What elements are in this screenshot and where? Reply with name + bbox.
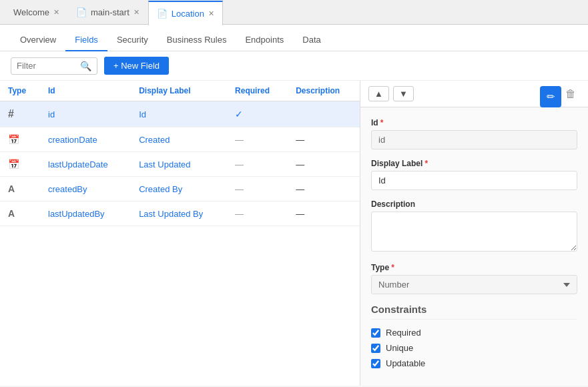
cell-display-label-4: Last Updated By [131, 202, 227, 226]
col-id: Id [40, 81, 131, 101]
cell-required-3: — [227, 177, 288, 202]
nav-tab-security[interactable]: Security [107, 29, 158, 51]
description-form-group: Description [371, 200, 577, 254]
nav-tabs: Overview Fields Security Business Rules … [0, 25, 588, 51]
main-content: Type Id Display Label Required Descripti… [0, 81, 588, 386]
nav-tab-overview[interactable]: Overview [11, 29, 65, 51]
cell-description-4: — [288, 202, 360, 226]
cell-id-2: lastUpdateDate [40, 152, 131, 177]
constraints-title: Constraints [371, 304, 577, 320]
cell-display-label-1: Created [131, 127, 227, 152]
cell-display-label-3: Created By [131, 177, 227, 202]
id-input[interactable] [371, 130, 577, 149]
col-required: Required [227, 81, 288, 101]
description-label: Description [371, 200, 577, 209]
cell-type-0: # [0, 101, 40, 127]
cell-type-4: A [0, 202, 40, 226]
trash-icon: 🗑 [565, 88, 576, 99]
nav-tab-fields[interactable]: Fields [65, 29, 107, 51]
table-row[interactable]: AcreatedByCreated By—— [0, 177, 360, 202]
table-row[interactable]: 📅creationDateCreated—— [0, 127, 360, 152]
panel-content: Id * Display Label * Description [360, 107, 588, 379]
display-label-required-star: * [424, 159, 428, 168]
display-label-input[interactable] [371, 171, 577, 190]
nav-tab-business-rules[interactable]: Business Rules [158, 29, 236, 51]
cell-type-3: A [0, 177, 40, 202]
constraint-label-unique: Unique [386, 343, 413, 353]
cell-id-1: creationDate [40, 127, 131, 152]
cell-description-1: — [288, 127, 360, 152]
constraint-item-unique: Unique [371, 343, 577, 353]
chevron-up-icon: ▲ [374, 89, 383, 99]
cell-id-4: lastUpdatedBy [40, 202, 131, 226]
nav-tab-data[interactable]: Data [293, 29, 330, 51]
delete-button[interactable]: 🗑 [561, 87, 580, 101]
cell-display-label-2: Last Updated [131, 152, 227, 177]
col-display-label: Display Label [131, 81, 227, 101]
cell-description-2: — [288, 152, 360, 177]
move-down-button[interactable]: ▼ [393, 86, 414, 101]
tab-welcome-label: Welcome [13, 7, 49, 17]
tab-location-file-icon: 📄 [157, 9, 168, 19]
type-form-group: Type * NumberTextBooleanDateObject [371, 263, 577, 294]
cell-required-4: — [227, 202, 288, 226]
constraint-checkbox-updatable[interactable] [371, 359, 380, 368]
constraint-checkbox-required[interactable] [371, 328, 380, 338]
cell-required-0: ✓ [227, 101, 288, 127]
tab-bar: Welcome ✕ 📄 main-start ✕ 📄 Location ✕ [0, 0, 588, 25]
description-textarea[interactable] [371, 212, 577, 252]
constraints-checkboxes: RequiredUniqueUpdatable [371, 328, 577, 368]
tab-main-start-file-icon: 📄 [76, 7, 87, 17]
tab-main-start-close[interactable]: ✕ [133, 8, 139, 17]
table-row[interactable]: #idId✓ [0, 101, 360, 127]
type-label: Type * [371, 263, 577, 272]
tab-main-start[interactable]: 📄 main-start ✕ [68, 0, 148, 25]
right-panel: ▲ ▼ 🗑 ✏ Id * Displ [360, 81, 588, 386]
constraint-label-required: Required [386, 328, 421, 338]
cell-type-1: 📅 [0, 127, 40, 152]
cell-description-0 [288, 101, 360, 127]
table-row[interactable]: AlastUpdatedByLast Updated By—— [0, 202, 360, 226]
col-description: Description [288, 81, 360, 101]
tab-welcome-close[interactable]: ✕ [53, 8, 59, 17]
pencil-icon: ✏ [547, 91, 555, 103]
table-row[interactable]: 📅lastUpdateDateLast Updated—— [0, 152, 360, 177]
cell-display-label-0: Id [131, 101, 227, 127]
move-up-button[interactable]: ▲ [368, 86, 389, 101]
cell-required-1: — [227, 127, 288, 152]
tab-welcome[interactable]: Welcome ✕ [5, 0, 68, 25]
id-required-star: * [380, 118, 384, 127]
search-icon: 🔍 [80, 61, 91, 71]
type-required-star: * [391, 263, 394, 272]
edit-button[interactable]: ✏ [540, 86, 561, 107]
constraint-label-updatable: Updatable [386, 358, 425, 368]
chevron-down-icon: ▼ [399, 89, 408, 99]
cell-id-0: id [40, 101, 131, 127]
tab-main-start-label: main-start [91, 7, 129, 17]
id-form-group: Id * [371, 118, 577, 149]
fields-table: Type Id Display Label Required Descripti… [0, 81, 360, 226]
fields-toolbar: 🔍 + New Field [0, 51, 588, 81]
constraint-checkbox-unique[interactable] [371, 344, 380, 353]
cell-type-2: 📅 [0, 152, 40, 177]
display-label-label: Display Label * [371, 159, 577, 168]
filter-wrapper: 🔍 [11, 57, 97, 75]
type-select[interactable]: NumberTextBooleanDateObject [371, 275, 577, 294]
table-header-row: Type Id Display Label Required Descripti… [0, 81, 360, 101]
fields-table-section: Type Id Display Label Required Descripti… [0, 81, 360, 386]
nav-tab-endpoints[interactable]: Endpoints [236, 29, 293, 51]
cell-id-3: createdBy [40, 177, 131, 202]
constraint-item-updatable: Updatable [371, 358, 577, 368]
filter-input[interactable] [17, 61, 76, 71]
cell-required-2: — [227, 152, 288, 177]
new-field-button[interactable]: + New Field [104, 57, 169, 75]
cell-description-3: — [288, 177, 360, 202]
col-type: Type [0, 81, 40, 101]
tab-location[interactable]: 📄 Location ✕ [148, 1, 223, 25]
tab-location-close[interactable]: ✕ [208, 9, 214, 18]
constraints-section: Constraints RequiredUniqueUpdatable [371, 304, 577, 368]
tab-location-label: Location [172, 9, 204, 19]
id-label: Id * [371, 118, 577, 127]
constraint-item-required: Required [371, 328, 577, 338]
display-label-form-group: Display Label * [371, 159, 577, 190]
